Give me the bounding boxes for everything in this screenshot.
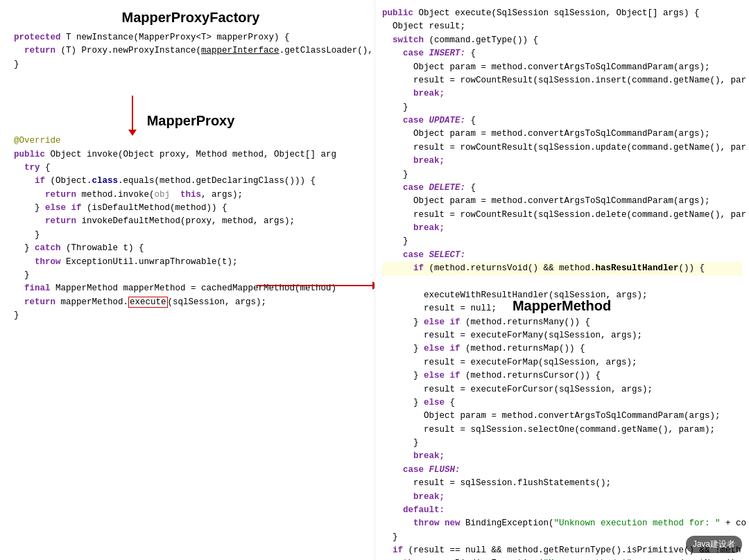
watermark-label: Java建设者 <box>686 536 742 553</box>
title-mapper-proxy: MapperProxy <box>14 113 368 129</box>
code-block-proxy-factory: protected T newInstance(MapperProxy<T> m… <box>14 31 368 71</box>
code-block-mapper-proxy: @Override public Object invoke(Object pr… <box>14 134 368 322</box>
title-mapper-proxy-factory: MapperProxyFactory <box>14 10 368 26</box>
code-block-mapper-method: public Object execute(SqlSession sqlSess… <box>382 7 742 560</box>
arrow-down-icon <box>132 96 133 130</box>
right-panel: public Object execute(SqlSession sqlSess… <box>374 0 749 560</box>
arrow-right-icon <box>257 285 373 286</box>
left-panel: MapperProxyFactory protected T newInstan… <box>0 0 374 560</box>
main-container: MapperProxyFactory protected T newInstan… <box>0 0 749 560</box>
title-mapper-method: MapperMethod <box>374 298 749 314</box>
